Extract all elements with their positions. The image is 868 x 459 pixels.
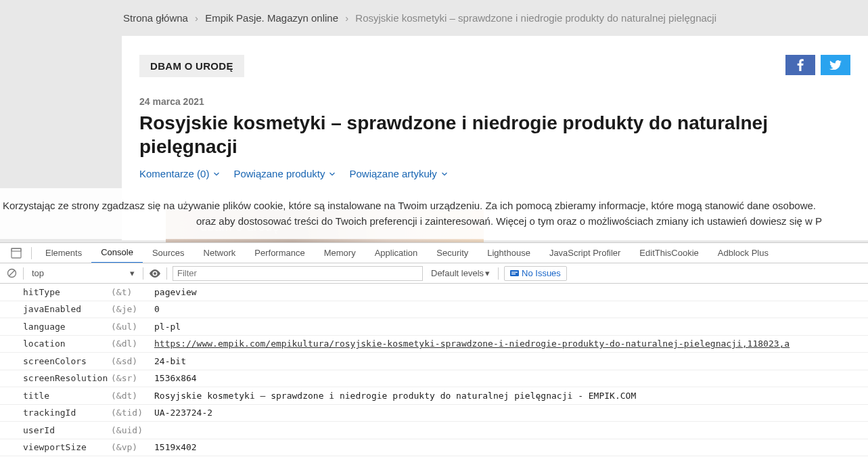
comments-link[interactable]: Komentarze (0)	[139, 168, 221, 179]
devtools-tab-security[interactable]: Security	[427, 243, 478, 263]
devtools-tabbar: ElementsConsoleSourcesNetworkPerformance…	[0, 243, 868, 263]
svg-rect-7	[511, 274, 516, 274]
breadcrumb-current: Rosyjskie kosmetyki – sprawdzone i niedr…	[355, 12, 716, 24]
comments-label: Komentarze (0)	[139, 168, 209, 179]
log-levels-label: Default levels	[431, 268, 484, 278]
chevron-down-icon	[327, 169, 337, 179]
devtools-tab-application[interactable]: Application	[365, 243, 428, 263]
console-row-param: (&ul)	[111, 322, 154, 332]
issues-label: No Issues	[522, 268, 561, 278]
dropdown-triangle-icon: ▾	[485, 268, 490, 278]
console-row-name: userId	[0, 425, 111, 435]
execution-context-label: top	[32, 268, 44, 278]
share-facebook-button[interactable]	[785, 55, 815, 75]
related-products-label: Powiązane produkty	[233, 168, 325, 179]
console-row-param: (&je)	[111, 304, 154, 314]
facebook-icon	[797, 59, 804, 71]
article-links: Komentarze (0) Powiązane produkty Powiąz…	[139, 168, 850, 179]
svg-point-4	[154, 272, 156, 275]
console-row-value: 24-bit	[154, 356, 868, 366]
issues-badge[interactable]: No Issues	[504, 266, 567, 281]
execution-context-select[interactable]: top ▾	[29, 268, 137, 278]
cookie-text-line-2: oraz aby dostosować treści do Twoich pre…	[0, 213, 868, 229]
devtools-tab-network[interactable]: Network	[194, 243, 246, 263]
chevron-down-icon	[440, 169, 449, 179]
devtools-tab-console[interactable]: Console	[91, 243, 143, 263]
svg-rect-0	[12, 248, 21, 258]
clear-console-icon[interactable]	[5, 267, 18, 280]
chevron-down-icon	[212, 169, 221, 179]
issues-icon	[510, 269, 519, 278]
console-row-value[interactable]: https://www.empik.com/empikultura/rosyjs…	[154, 338, 868, 349]
console-row-name: viewportSize	[0, 442, 111, 452]
article-date: 24 marca 2021	[139, 96, 850, 107]
breadcrumb-sep: ›	[345, 12, 348, 24]
devtools-tab-editthiscookie[interactable]: EditThisCookie	[630, 243, 708, 263]
console-row-param: (&vp)	[111, 442, 154, 452]
toolbar-divider	[498, 267, 499, 280]
devtools-tab-memory[interactable]: Memory	[315, 243, 365, 263]
inspect-element-icon[interactable]	[5, 248, 27, 259]
console-row: screenResolution(&sr)1536x864	[0, 370, 868, 388]
breadcrumb-magazine[interactable]: Empik Pasje. Magazyn online	[205, 12, 338, 24]
console-toolbar: top ▾ Default levels ▾ No Issues	[0, 263, 868, 284]
svg-rect-6	[511, 272, 518, 273]
devtools-tab-sources[interactable]: Sources	[143, 243, 194, 263]
cookie-consent-banner: Korzystając ze strony zgadzasz się na uż…	[0, 188, 868, 239]
share-twitter-button[interactable]	[821, 55, 850, 75]
social-share-row	[785, 55, 850, 75]
console-row-value: 1536x864	[154, 373, 868, 383]
console-row-value: 0	[154, 304, 868, 314]
devtools-panel: ElementsConsoleSourcesNetworkPerformance…	[0, 242, 868, 459]
live-expression-icon[interactable]	[149, 269, 161, 278]
breadcrumb-sep: ›	[195, 12, 198, 24]
page-content: Strona główna › Empik Pasje. Magazyn onl…	[0, 0, 868, 242]
console-filter-input[interactable]	[173, 266, 423, 281]
console-row-param: (&t)	[111, 287, 154, 297]
console-row-value: pl-pl	[154, 322, 868, 332]
devtools-tab-elements[interactable]: Elements	[36, 243, 91, 263]
svg-rect-1	[12, 248, 21, 251]
console-row-param: (&tid)	[111, 408, 154, 418]
category-tag[interactable]: DBAM O URODĘ	[139, 55, 244, 77]
console-row: trackingId(&tid)UA-223724-2	[0, 405, 868, 422]
console-row-value: 1519x402	[154, 442, 868, 452]
svg-line-3	[9, 271, 14, 276]
breadcrumb: Strona główna › Empik Pasje. Magazyn onl…	[0, 0, 868, 36]
tab-divider	[31, 247, 32, 259]
devtools-tab-javascript-profiler[interactable]: JavaScript Profiler	[540, 243, 630, 263]
console-row-value: Rosyjskie kosmetyki – sprawdzone i niedr…	[154, 391, 868, 401]
console-row-param: (&sd)	[111, 356, 154, 366]
console-row: screenColors(&sd)24-bit	[0, 353, 868, 370]
console-row-name: javaEnabled	[0, 304, 111, 314]
console-row: hitType(&t)pageview	[0, 284, 868, 301]
devtools-tab-lighthouse[interactable]: Lighthouse	[478, 243, 540, 263]
devtools-tab-adblock-plus[interactable]: Adblock Plus	[708, 243, 778, 263]
console-row-name: language	[0, 322, 111, 332]
console-row-value: pageview	[154, 287, 868, 297]
console-output-table: hitType(&t)pageviewjavaEnabled(&je)0lang…	[0, 284, 868, 456]
console-row: location(&dl)https://www.empik.com/empik…	[0, 336, 868, 353]
twitter-icon	[829, 60, 842, 70]
console-row-name: screenResolution	[0, 373, 111, 383]
console-row-param: (&dt)	[111, 391, 154, 401]
console-row: userId(&uid)	[0, 422, 868, 439]
related-articles-link[interactable]: Powiązane artykuły	[349, 168, 449, 179]
console-row-param: (&dl)	[111, 338, 154, 349]
console-row: language(&ul)pl-pl	[0, 318, 868, 336]
console-row-name: screenColors	[0, 356, 111, 366]
toolbar-divider	[166, 267, 167, 280]
toolbar-divider	[143, 267, 143, 280]
related-products-link[interactable]: Powiązane produkty	[233, 168, 337, 179]
related-articles-label: Powiązane artykuły	[349, 168, 436, 179]
breadcrumb-home[interactable]: Strona główna	[123, 12, 188, 24]
devtools-tab-performance[interactable]: Performance	[245, 243, 314, 263]
svg-rect-5	[510, 270, 519, 276]
article-title: Rosyjskie kosmetyki – sprawdzone i niedr…	[139, 111, 850, 158]
dropdown-triangle-icon: ▾	[130, 268, 135, 278]
console-row: javaEnabled(&je)0	[0, 301, 868, 319]
console-row-name: hitType	[0, 287, 111, 297]
log-levels-select[interactable]: Default levels ▾	[428, 268, 493, 278]
console-row-param: (&uid)	[111, 425, 154, 435]
console-row-name: trackingId	[0, 408, 111, 418]
